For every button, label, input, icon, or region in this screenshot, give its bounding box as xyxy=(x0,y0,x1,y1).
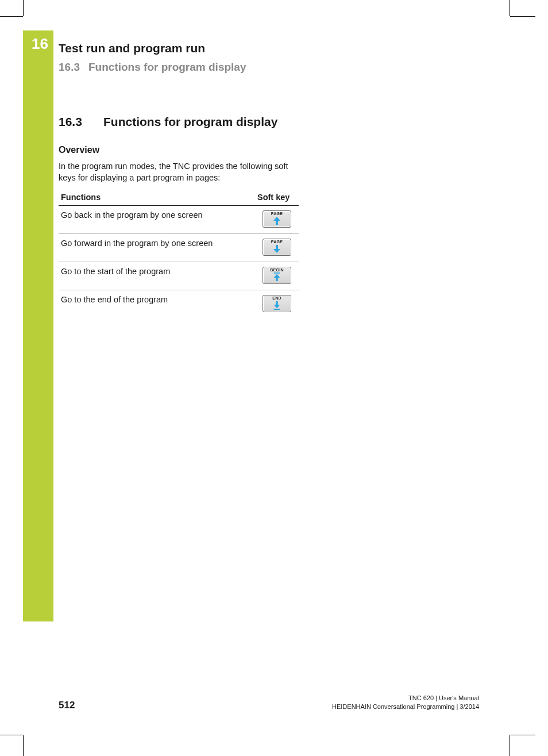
softkey-begin: BEGIN xyxy=(263,267,291,284)
page-number: 512 xyxy=(59,700,75,711)
footer-line1: TNC 620 | User's Manual xyxy=(332,694,479,703)
crop-mark xyxy=(23,735,24,756)
function-text: Go back in the program by one screen xyxy=(59,206,255,234)
softkey-cell: END xyxy=(255,290,299,318)
softkey-cell: BEGIN xyxy=(255,262,299,290)
softkey-label: END xyxy=(263,296,291,300)
table-row: Go forward in the program by one screen … xyxy=(59,234,299,262)
chapter-sidebar xyxy=(23,30,53,621)
header-section-title: Functions for program display xyxy=(88,61,246,73)
header-section-number: 16.3 xyxy=(59,61,88,74)
softkey-page-up: PAGE xyxy=(263,210,291,228)
section-title: Functions for program display xyxy=(103,115,277,128)
table-row: Go to the start of the program BEGIN xyxy=(59,262,299,290)
softkey-end: END xyxy=(263,295,291,312)
crop-mark xyxy=(0,16,23,17)
crop-mark xyxy=(0,735,23,735)
page: 16 Test run and program run 16.3Function… xyxy=(0,0,548,756)
crop-mark xyxy=(510,735,535,735)
functions-table: Functions Soft key Go back in the progra… xyxy=(59,189,299,318)
softkey-cell: PAGE xyxy=(255,206,299,234)
chapter-number-badge: 16 xyxy=(25,34,52,53)
footer-line2: HEIDENHAIN Conversational Programming | … xyxy=(332,703,479,711)
chapter-title: Test run and program run xyxy=(59,41,495,55)
svg-rect-1 xyxy=(274,309,280,310)
overview-heading: Overview xyxy=(59,145,306,155)
header-section: 16.3Functions for program display xyxy=(59,61,495,74)
arrow-up-icon xyxy=(273,216,281,225)
section-number: 16.3 xyxy=(59,115,103,129)
crop-mark xyxy=(510,16,535,17)
arrow-down-bar-icon xyxy=(273,301,281,310)
softkey-page-down: PAGE xyxy=(263,239,291,256)
crop-mark xyxy=(510,0,510,16)
col-softkey: Soft key xyxy=(255,189,299,206)
function-text: Go forward in the program by one screen xyxy=(59,234,255,262)
crop-mark xyxy=(510,735,510,756)
table-row: Go to the end of the program END xyxy=(59,290,299,318)
running-header: Test run and program run 16.3Functions f… xyxy=(59,41,495,74)
softkey-label: PAGE xyxy=(263,212,291,216)
page-footer: 512 TNC 620 | User's Manual HEIDENHAIN C… xyxy=(59,694,479,711)
footer-meta: TNC 620 | User's Manual HEIDENHAIN Conve… xyxy=(332,694,479,711)
softkey-cell: PAGE xyxy=(255,234,299,262)
svg-rect-0 xyxy=(274,273,280,274)
softkey-label: PAGE xyxy=(263,240,291,244)
crop-mark xyxy=(23,0,24,16)
section-heading: 16.3Functions for program display xyxy=(59,115,306,129)
arrow-up-bar-icon xyxy=(273,273,281,282)
function-text: Go to the start of the program xyxy=(59,262,255,290)
function-text: Go to the end of the program xyxy=(59,290,255,318)
col-functions: Functions xyxy=(59,189,255,206)
softkey-label: BEGIN xyxy=(263,268,291,272)
table-row: Go back in the program by one screen PAG… xyxy=(59,206,299,234)
arrow-down-icon xyxy=(273,244,281,254)
intro-paragraph: In the program run modes, the TNC provid… xyxy=(59,161,306,183)
content-body: 16.3Functions for program display Overvi… xyxy=(59,115,306,318)
